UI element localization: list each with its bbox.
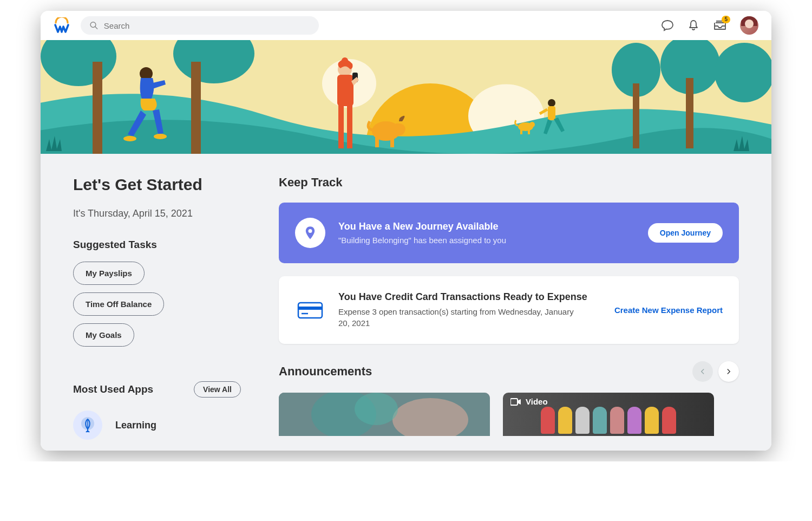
svg-point-33	[309, 229, 312, 233]
view-all-apps-button[interactable]: View All	[194, 381, 241, 398]
chevron-right-icon	[725, 368, 732, 375]
notifications-button[interactable]	[687, 19, 700, 32]
announcement-cards: Video	[279, 393, 739, 436]
journey-card-sub: "Building Belonging" has been assigned t…	[338, 236, 635, 245]
topbar-icons: 5	[661, 16, 758, 35]
task-time-off-balance[interactable]: Time Off Balance	[73, 292, 164, 316]
announcements-title: Announcements	[279, 364, 372, 379]
search-icon	[89, 21, 99, 30]
hero-illustration	[41, 40, 771, 154]
svg-rect-9	[633, 83, 639, 148]
svg-rect-18	[337, 75, 353, 106]
chat-button[interactable]	[661, 19, 674, 32]
svg-rect-24	[390, 136, 394, 147]
svg-rect-41	[510, 399, 518, 405]
journey-pin-icon	[295, 218, 325, 248]
app-window: 5	[41, 11, 771, 451]
announcement-card-1[interactable]	[279, 393, 490, 436]
svg-point-14	[123, 136, 136, 141]
credit-card-icon	[295, 301, 325, 320]
svg-rect-26	[548, 106, 555, 120]
svg-point-12	[715, 43, 771, 102]
announcement-card-2[interactable]: Video	[503, 393, 714, 436]
svg-rect-34	[298, 303, 322, 318]
announcements-prev-button[interactable]	[692, 361, 713, 382]
logo-icon	[54, 17, 70, 34]
task-my-payslips[interactable]: My Payslips	[73, 262, 145, 285]
chevron-left-icon	[699, 368, 706, 375]
video-icon	[510, 398, 521, 406]
svg-point-15	[154, 134, 167, 139]
expense-card: You Have Credit Card Transactions Ready …	[279, 276, 739, 344]
inbox-badge: 5	[722, 16, 730, 23]
svg-rect-35	[298, 307, 322, 310]
profile-avatar[interactable]	[740, 16, 758, 35]
svg-rect-19	[338, 105, 344, 148]
journey-card-title: You Have a New Journey Available	[338, 221, 635, 232]
keep-track-title: Keep Track	[279, 175, 739, 190]
svg-point-25	[548, 99, 555, 107]
sidebar: Let's Get Started It's Thursday, April 1…	[73, 175, 241, 440]
svg-rect-6	[93, 62, 102, 154]
svg-line-1	[95, 27, 97, 29]
svg-point-28	[529, 122, 535, 127]
open-journey-button[interactable]: Open Journey	[648, 223, 723, 243]
svg-point-40	[355, 393, 398, 425]
search-input[interactable]	[104, 21, 310, 30]
welcome-heading: Let's Get Started	[73, 175, 241, 194]
svg-rect-11	[686, 78, 693, 148]
chat-icon	[661, 19, 674, 32]
svg-point-17	[342, 57, 348, 64]
bell-icon	[687, 19, 700, 32]
journey-card: You Have a New Journey Available "Buildi…	[279, 203, 739, 263]
body-area: Let's Get Started It's Thursday, April 1…	[41, 154, 771, 451]
date-line: It's Thursday, April 15, 2021	[73, 208, 241, 219]
suggested-tasks-heading: Suggested Tasks	[73, 239, 241, 251]
svg-rect-30	[528, 129, 530, 134]
svg-rect-7	[191, 62, 201, 154]
learning-icon	[73, 411, 102, 440]
workday-logo[interactable]	[54, 17, 70, 34]
svg-rect-29	[520, 129, 522, 134]
inbox-button[interactable]: 5	[713, 19, 727, 32]
most-used-apps-heading: Most Used Apps	[73, 383, 153, 395]
task-my-goals[interactable]: My Goals	[73, 323, 134, 347]
topbar: 5	[41, 11, 771, 40]
main-content: Keep Track You Have a New Journey Availa…	[279, 175, 739, 440]
announcements-next-button[interactable]	[718, 361, 739, 382]
announcements-nav	[692, 361, 739, 382]
search-box[interactable]	[81, 16, 319, 35]
expense-card-sub: Expense 3 open transaction(s) starting f…	[338, 306, 577, 329]
svg-rect-20	[347, 105, 352, 148]
svg-rect-23	[375, 136, 379, 147]
create-expense-report-link[interactable]: Create New Expense Report	[614, 305, 723, 315]
video-tag: Video	[510, 397, 548, 406]
app-learning-label: Learning	[115, 420, 156, 431]
app-learning[interactable]: Learning	[73, 411, 241, 440]
hero-banner	[41, 40, 771, 154]
expense-card-title: You Have Credit Card Transactions Ready …	[338, 291, 601, 303]
